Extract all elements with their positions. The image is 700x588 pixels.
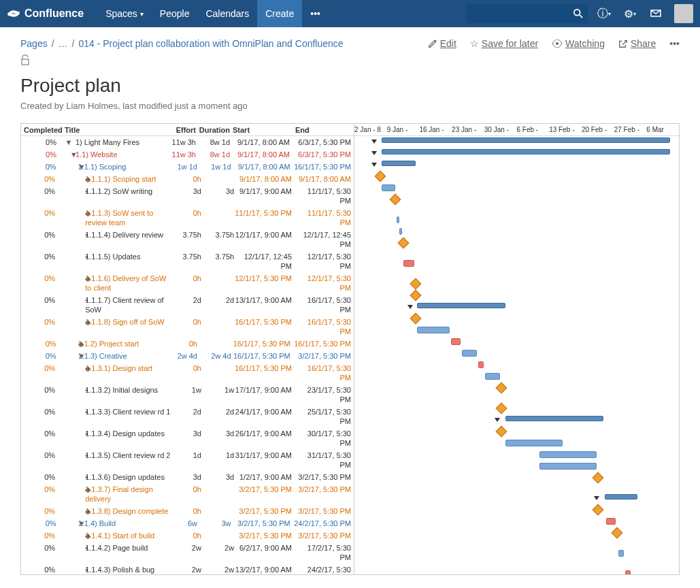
task-row[interactable]: 0%◆1.1.1.8)Sign off of SoW0h16/1/17, 5:3… [21, 316, 354, 338]
row-marker[interactable]: ◆ [61, 317, 85, 327]
task-row[interactable]: 0%◆1.1.3.1)Design start0h16/1/17, 5:30 P… [21, 362, 354, 384]
task-row[interactable]: 0%•1.1.4.3)Polish & bug fixing2w2w13/2/1… [21, 564, 354, 574]
task-row[interactable]: 0%▼1)Light Many Fires11w 3h8w 1d9/1/17, … [21, 136, 354, 148]
task-bar[interactable] [399, 228, 402, 235]
task-row[interactable]: 0%▼1.1)Website11w 3h8w 1d9/1/17, 8:00 AM… [21, 148, 354, 161]
more-actions[interactable]: ••• [669, 38, 680, 49]
task-row[interactable]: 0%•1.1.3.3)Client review rd 12d2d24/1/17… [21, 406, 354, 427]
task-row[interactable]: 0%◆1.1.1.1)Scoping start0h9/1/17, 8:00 A… [21, 173, 354, 185]
task-row[interactable]: 0%◆1.1.3.7)Final design delivery0h3/2/17… [21, 483, 354, 505]
milestone-diamond[interactable] [390, 194, 401, 206]
save-button[interactable]: ☆ Save for later [470, 38, 538, 49]
expand-triangle[interactable] [495, 418, 500, 422]
col-effort[interactable]: Effort [167, 126, 196, 134]
milestone-diamond[interactable] [496, 403, 507, 414]
row-marker[interactable]: • [61, 472, 85, 482]
nav-create[interactable]: Create [257, 0, 302, 27]
task-bar[interactable] [397, 216, 399, 223]
user-avatar[interactable] [674, 4, 693, 23]
task-bar[interactable] [625, 570, 631, 574]
brand-logo[interactable]: Confluence [7, 7, 84, 20]
task-bar[interactable] [462, 350, 477, 357]
task-row[interactable]: 0%•1.1.4.2)Page build2w2w6/2/17, 9:00 AM… [21, 542, 354, 564]
row-marker[interactable]: • [61, 295, 85, 305]
expand-triangle[interactable] [371, 163, 377, 167]
row-marker[interactable]: • [61, 429, 85, 438]
breadcrumb-parent[interactable]: … [59, 38, 68, 49]
row-marker[interactable]: • [61, 252, 85, 261]
task-bar[interactable] [618, 550, 624, 557]
summary-bar[interactable] [382, 161, 416, 166]
row-marker[interactable]: ▼ [62, 519, 78, 528]
row-marker[interactable]: • [61, 230, 85, 240]
task-row[interactable]: 0%•1.1.1.2)SoW writing3d3d9/1/17, 9:00 A… [21, 185, 354, 207]
task-bar[interactable] [478, 361, 484, 368]
breadcrumb-pages[interactable]: Pages [20, 38, 48, 49]
summary-bar[interactable] [605, 494, 637, 500]
row-marker[interactable]: • [61, 565, 85, 574]
task-row[interactable]: 0%•1.1.1.7)Client review of SoW2d2d13/1/… [21, 294, 354, 316]
row-marker[interactable]: ◆ [61, 485, 85, 494]
milestone-diamond[interactable] [496, 426, 507, 438]
row-marker[interactable]: ◆ [61, 363, 85, 373]
row-marker[interactable]: ◆ [61, 531, 85, 540]
col-start[interactable]: Start [230, 126, 293, 134]
col-duration[interactable]: Duration [196, 126, 230, 134]
expand-triangle[interactable] [594, 496, 599, 500]
col-completed[interactable]: Completed [21, 126, 62, 134]
row-marker[interactable]: ▼ [62, 150, 76, 159]
settings-icon[interactable]: ⚙▾ [617, 0, 643, 27]
task-row[interactable]: 0%•1.1.3.6)Design updates3d3d1/2/17, 9:0… [21, 471, 354, 483]
nav-spaces[interactable]: Spaces▾ [97, 0, 152, 27]
milestone-diamond[interactable] [410, 278, 422, 290]
row-marker[interactable]: ◆ [62, 339, 78, 348]
milestone-diamond[interactable] [612, 527, 623, 539]
row-marker[interactable]: • [61, 186, 85, 196]
milestone-diamond[interactable] [593, 504, 604, 516]
task-row[interactable]: 0%•1.1.1.5)Updates3.75h3.75h12/1/17, 12:… [21, 250, 354, 272]
expand-triangle[interactable] [407, 305, 413, 309]
task-bar[interactable] [539, 463, 597, 470]
task-row[interactable]: 0%◆1.1.2)Project start0h16/1/17, 5:30 PM… [21, 338, 354, 350]
nav-more[interactable]: ••• [302, 0, 329, 27]
edit-button[interactable]: Edit [428, 38, 456, 49]
watch-button[interactable]: Watching [552, 38, 605, 49]
row-marker[interactable]: ◆ [61, 506, 85, 516]
task-row[interactable]: 0%▼1.1.4)Build6w3w3/2/17, 5:30 PM24/2/17… [21, 517, 354, 529]
task-bar[interactable] [539, 451, 597, 458]
milestone-diamond[interactable] [593, 472, 604, 484]
breadcrumb-current[interactable]: 014 - Project plan collaboration with Om… [78, 38, 343, 49]
task-row[interactable]: 0%•1.1.3.4)Design updates3d3d26/1/17, 9:… [21, 427, 354, 449]
row-marker[interactable]: ▼ [62, 162, 78, 172]
task-row[interactable]: 0%•1.1.3.5)Client review rd 21d1d31/1/17… [21, 449, 354, 471]
task-bar[interactable] [505, 440, 563, 446]
task-bar[interactable] [382, 184, 395, 191]
expand-triangle[interactable] [371, 151, 377, 155]
col-end[interactable]: End [293, 126, 354, 134]
task-bar[interactable] [403, 260, 414, 267]
row-marker[interactable]: • [61, 385, 85, 395]
summary-bar[interactable] [417, 303, 505, 308]
task-row[interactable]: 0%◆1.1.3.8)Design complete0h3/2/17, 5:30… [21, 505, 354, 517]
notifications-icon[interactable] [643, 0, 669, 27]
task-bar[interactable] [606, 518, 616, 525]
task-bar[interactable] [417, 327, 450, 333]
milestone-diamond[interactable] [375, 171, 386, 182]
task-row[interactable]: 0%▼1.1.3)Creative2w 4d2w 4d16/1/17, 5:30… [21, 350, 354, 362]
milestone-diamond[interactable] [398, 238, 410, 249]
summary-bar[interactable] [382, 149, 670, 154]
task-row[interactable]: 0%•1.1.1.4)Delivery review3.75h3.75h12/1… [21, 229, 354, 250]
task-row[interactable]: 0%◆1.1.1.3)SoW sent to review team0h11/1… [21, 207, 354, 229]
nav-calendars[interactable]: Calendars [197, 0, 257, 27]
row-marker[interactable]: ◆ [61, 208, 85, 218]
row-marker[interactable]: • [61, 451, 85, 460]
row-marker[interactable]: ◆ [61, 274, 85, 283]
row-marker[interactable]: ▼ [62, 351, 78, 361]
task-row[interactable]: 0%◆1.1.1.6)Delivery of SoW to client0h12… [21, 272, 354, 294]
milestone-diamond[interactable] [410, 313, 422, 325]
milestone-diamond[interactable] [410, 290, 422, 301]
search-input[interactable] [466, 4, 588, 23]
row-marker[interactable]: • [61, 543, 85, 553]
help-icon[interactable]: ⓘ▾ [591, 0, 617, 27]
nav-people[interactable]: People [152, 0, 198, 27]
